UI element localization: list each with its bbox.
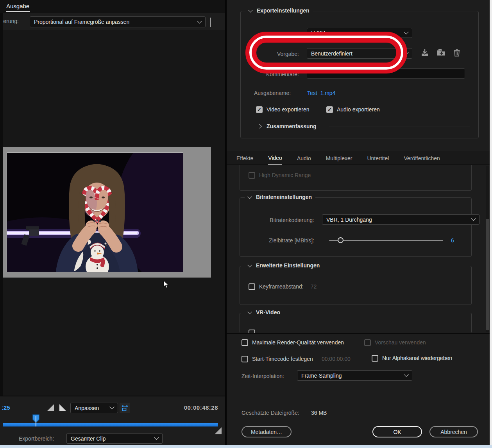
- zoom-fit-dropdown[interactable]: Anpassen: [70, 403, 118, 413]
- max-quality-checkbox[interactable]: [242, 339, 248, 346]
- start-timecode-checkbox-row: Start-Timecode festlegen 00:00:00:00: [242, 355, 351, 363]
- preset-actions: [420, 48, 461, 57]
- slider-handle[interactable]: [338, 237, 344, 243]
- comments-input[interactable]: [307, 68, 465, 79]
- video-frame: [7, 152, 183, 272]
- scrollbar-thumb[interactable]: [486, 219, 489, 330]
- transport-bar: :25 Anpassen 00:00:48:28 Exportber: [0, 396, 225, 445]
- bitrate-settings-group: Bitrateneinstellungen Bitratenkodierung:…: [240, 197, 472, 257]
- bitrate-encoding-dropdown[interactable]: VBR, 1 Durchgang: [322, 214, 479, 225]
- collapse-icon: [247, 263, 252, 267]
- hdr-checkbox-row: High Dynamic Range: [249, 171, 311, 179]
- export-video-checkbox-row: ✓ Video exportieren: [256, 106, 309, 113]
- clip-duration: 00:00:48:28: [174, 404, 218, 411]
- scaling-label: lierung:: [1, 18, 19, 24]
- comments-label: Kommentare:: [266, 71, 299, 77]
- preset-value: Benutzerdefiniert: [311, 50, 352, 57]
- summary-label: Zusammenfassung: [267, 123, 317, 129]
- hdr-label: High Dynamic Range: [259, 172, 311, 178]
- export-settings-header[interactable]: Exporteinstellungen: [245, 7, 313, 14]
- format-value: H.264: [311, 30, 326, 36]
- time-interpolation-dropdown[interactable]: Frame-Sampling: [297, 370, 412, 381]
- render-options-panel: Maximale Render-Qualität verwenden Vorsc…: [227, 333, 490, 445]
- delete-preset-icon[interactable]: [453, 48, 461, 57]
- advanced-settings-header[interactable]: Erweiterte Einstellungen: [245, 262, 323, 269]
- export-settings-window: Ausgabe lierung: Proportional auf Frameg…: [0, 0, 492, 448]
- preset-label: Vorgabe:: [275, 51, 299, 57]
- use-preview-label: Vorschau verwenden: [375, 339, 426, 346]
- use-preview-checkbox-row: Vorschau verwenden: [364, 339, 426, 346]
- output-name-label: Ausgabename:: [254, 90, 291, 96]
- vr-video-header[interactable]: VR-Video: [245, 309, 284, 315]
- chevron-right-icon: [257, 124, 261, 128]
- advanced-settings-group: Erweiterte Einstellungen Keyframeabstand…: [240, 266, 472, 305]
- zoom-fit-value: Anpassen: [75, 405, 99, 411]
- export-audio-checkbox[interactable]: ✓: [326, 106, 333, 113]
- format-dropdown[interactable]: H.264: [307, 28, 412, 38]
- estimated-size-value: 36 MB: [311, 410, 327, 416]
- chevron-down-icon: [404, 29, 409, 34]
- tab-untertitel[interactable]: Untertitel: [367, 151, 389, 165]
- export-range-dropdown[interactable]: Gesamter Clip: [66, 433, 163, 444]
- keyframe-label: Keyframeabstand:: [259, 283, 304, 290]
- hdr-checkbox[interactable]: [249, 172, 255, 179]
- alpha-only-checkbox[interactable]: [372, 355, 378, 362]
- tab-effekte[interactable]: Effekte: [236, 151, 253, 165]
- tab-multiplexer[interactable]: Multiplexer: [326, 151, 352, 165]
- metadata-button[interactable]: Metadaten…: [242, 426, 292, 437]
- keyframe-checkbox[interactable]: [249, 283, 255, 290]
- scaling-toolbar: lierung: Proportional auf Framegröße anp…: [0, 13, 225, 30]
- use-preview-checkbox[interactable]: [364, 339, 371, 346]
- start-timecode-label: Start-Timecode festlegen: [252, 356, 313, 362]
- vr-video-group: VR-Video: [240, 313, 472, 333]
- video-preview-area: [0, 30, 225, 396]
- playhead-line: [36, 416, 36, 426]
- settings-tabbar: Effekte Video Audio Multiplexer Untertit…: [227, 151, 490, 165]
- bitrate-encoding-label: Bitratenkodierung:: [240, 217, 314, 223]
- chevron-down-icon: [404, 372, 409, 377]
- timeline-resize-handle[interactable]: [215, 427, 222, 434]
- cancel-button[interactable]: Abbrechen: [429, 426, 478, 437]
- keyframe-checkbox-row: Keyframeabstand: 72: [249, 283, 317, 290]
- chevron-down-icon: [154, 435, 159, 440]
- export-video-checkbox[interactable]: ✓: [256, 106, 263, 113]
- chevron-down-icon: [109, 404, 115, 409]
- tab-ausgabe[interactable]: Ausgabe: [6, 3, 29, 9]
- output-name-link[interactable]: Test_1.mp4: [307, 90, 335, 96]
- ok-button[interactable]: OK: [372, 426, 422, 437]
- tab-ausgabe-underline: [6, 11, 30, 12]
- tab-veroeffentlichen[interactable]: Veröffentlichen: [404, 151, 440, 165]
- video-settings-group-bottom: High Dynamic Range: [240, 165, 472, 191]
- target-bitrate-slider[interactable]: [329, 240, 443, 241]
- target-bitrate-value[interactable]: 6: [451, 237, 454, 244]
- output-tabstrip: Ausgabe: [0, 0, 225, 13]
- tab-audio[interactable]: Audio: [297, 151, 311, 165]
- summary-toggle[interactable]: Zusammenfassung: [258, 123, 317, 129]
- start-timecode-checkbox[interactable]: [242, 356, 248, 362]
- settings-pane: Exporteinstellungen H.264 Vorgabe: Benut…: [227, 0, 490, 448]
- preview-matte: [3, 147, 211, 278]
- settings-scrollbar[interactable]: [486, 166, 489, 332]
- set-in-point-button[interactable]: [47, 404, 54, 411]
- set-out-point-button[interactable]: [59, 404, 66, 411]
- chevron-down-icon: [197, 18, 202, 23]
- max-quality-label: Maximale Render-Qualität verwenden: [252, 339, 344, 346]
- aspect-correction-icon: [121, 404, 129, 412]
- scaling-dropdown[interactable]: Proportional auf Framegröße anpassen: [30, 16, 206, 27]
- target-bitrate-label: Zielbitrate [MBit/s]:: [240, 237, 314, 244]
- mouse-pointer-icon: [163, 281, 169, 289]
- import-preset-icon[interactable]: [437, 48, 445, 57]
- bitrate-settings-header[interactable]: Bitrateneinstellungen: [245, 194, 315, 200]
- preset-dropdown[interactable]: Benutzerdefiniert: [307, 48, 412, 59]
- aspect-correction-button[interactable]: [120, 403, 130, 413]
- tab-video[interactable]: Video: [268, 151, 282, 165]
- window-edge-bottom: [0, 445, 492, 448]
- export-audio-checkbox-row: ✓ Audio exportieren: [326, 106, 380, 113]
- alpha-only-label: Nur Alphakanal wiedergeben: [382, 355, 452, 361]
- pane-edge: [0, 13, 3, 396]
- time-interpolation-label: Zeit-Interpolation:: [242, 373, 284, 379]
- save-preset-icon[interactable]: [420, 48, 429, 57]
- bitrate-encoding-value: VBR, 1 Durchgang: [326, 217, 372, 223]
- time-interpolation-value: Frame-Sampling: [301, 373, 342, 379]
- export-video-label: Video exportieren: [267, 106, 309, 113]
